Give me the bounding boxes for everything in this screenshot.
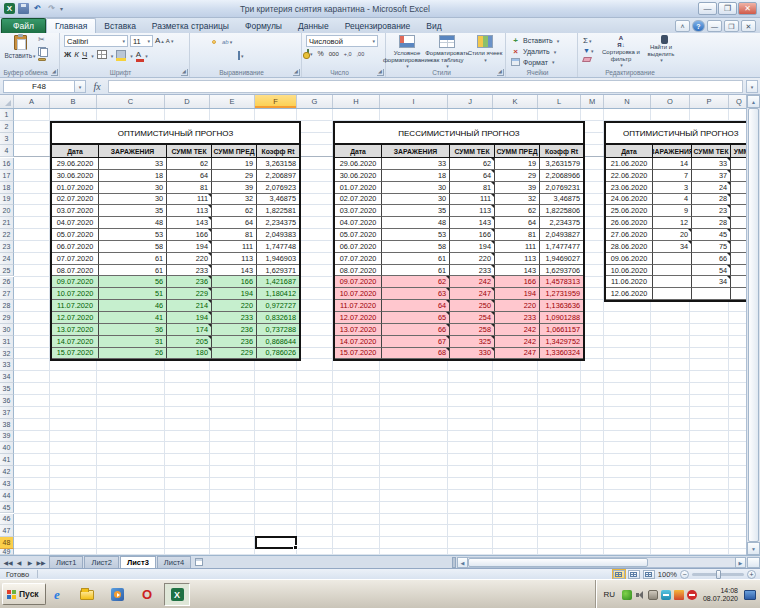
table-cell[interactable]: 236 xyxy=(167,276,212,288)
tab-formulas[interactable]: Формулы xyxy=(237,18,290,33)
redo-icon[interactable]: ↷ xyxy=(46,3,57,14)
table-cell[interactable]: 12.07.2020 xyxy=(335,312,382,324)
table-cell[interactable]: 113 xyxy=(450,205,495,217)
tray-blocked-icon[interactable] xyxy=(687,590,697,600)
table-cell[interactable] xyxy=(653,253,692,265)
table-cell[interactable]: 2,049383 xyxy=(257,229,299,241)
table-cell[interactable]: 0,972727 xyxy=(257,300,299,312)
row-header-32[interactable]: 32 xyxy=(0,348,14,360)
table-cell[interactable]: 67 xyxy=(382,336,450,348)
orientation-icon[interactable]: ab▾ xyxy=(220,36,234,47)
table-cell[interactable]: 194 xyxy=(495,288,540,300)
align-center-icon[interactable] xyxy=(204,54,208,58)
align-bottom-icon[interactable] xyxy=(212,40,216,44)
table-cell[interactable]: 194 xyxy=(167,312,212,324)
table-cell[interactable]: 61 xyxy=(382,265,450,277)
table-cell[interactable]: 68 xyxy=(382,348,450,360)
table-cell[interactable]: 0,737288 xyxy=(257,324,299,336)
table-cell[interactable]: 1,421687 xyxy=(257,276,299,288)
table-cell[interactable]: 32 xyxy=(495,194,540,206)
table-cell[interactable]: 06.07.2020 xyxy=(335,241,382,253)
table-header-cell[interactable]: СУММ ПРЕД xyxy=(495,145,540,158)
table-cell[interactable]: 2,2068966 xyxy=(540,170,583,182)
table-cell[interactable]: 233 xyxy=(212,312,257,324)
font-size-select[interactable]: 11▾ xyxy=(130,35,153,47)
table-cell[interactable]: 04.07.2020 xyxy=(52,217,99,229)
row-header-27[interactable]: 27 xyxy=(0,288,14,300)
table-cell[interactable] xyxy=(731,229,746,241)
table-cell[interactable]: 56 xyxy=(99,276,167,288)
table-cell[interactable] xyxy=(731,288,746,300)
maximize-button[interactable]: ❐ xyxy=(718,2,737,15)
table-cell[interactable]: 08.07.2020 xyxy=(52,265,99,277)
table-cell[interactable]: 14 xyxy=(653,158,692,170)
table-cell[interactable]: 30.06.2020 xyxy=(52,170,99,182)
table-cell[interactable] xyxy=(731,241,746,253)
table-cell[interactable]: 21.06.2020 xyxy=(606,158,653,170)
sheet-tab-list1[interactable]: Лист1 xyxy=(49,556,83,568)
table-cell[interactable]: 63 xyxy=(382,288,450,300)
table-cell[interactable]: 220 xyxy=(167,253,212,265)
table-cell[interactable]: 30 xyxy=(99,182,167,194)
table-cell[interactable]: 229 xyxy=(212,348,257,360)
table-cell[interactable]: 02.07.2020 xyxy=(335,194,382,206)
table-cell[interactable]: 58 xyxy=(382,241,450,253)
tab-resize-handle[interactable] xyxy=(747,557,760,568)
increase-indent-icon[interactable] xyxy=(228,54,232,58)
align-top-icon[interactable] xyxy=(196,40,200,44)
fill-icon[interactable]: ▼▾ xyxy=(583,47,593,55)
wrap-text-icon[interactable] xyxy=(238,40,242,44)
table-cell[interactable]: 61 xyxy=(382,253,450,265)
table-cell[interactable]: 29 xyxy=(495,170,540,182)
table-cell[interactable]: 26 xyxy=(99,348,167,360)
table-cell[interactable]: 46 xyxy=(99,300,167,312)
table-cell[interactable]: 64 xyxy=(167,170,212,182)
table-header-cell[interactable]: УММ xyxy=(731,145,746,158)
table-cell[interactable] xyxy=(653,276,692,288)
horizontal-scroll-thumb[interactable] xyxy=(468,558,648,567)
table-cell[interactable]: 1,3360324 xyxy=(540,348,583,360)
table-cell[interactable]: 75 xyxy=(692,241,731,253)
tray-alert-icon[interactable] xyxy=(674,590,684,600)
table-cell[interactable] xyxy=(731,265,746,277)
table-cell[interactable]: 143 xyxy=(212,265,257,277)
bold-button[interactable]: Ж xyxy=(64,50,71,59)
find-select-button[interactable]: Найти и выделить▾ xyxy=(640,35,682,64)
column-header-K[interactable]: K xyxy=(493,95,538,108)
zoom-out-icon[interactable]: − xyxy=(680,570,689,579)
row-header-39[interactable]: 39 xyxy=(0,431,14,443)
decrease-decimal-icon[interactable]: ,00 xyxy=(357,51,365,57)
table-cell[interactable]: 9 xyxy=(653,205,692,217)
taskbar-internet-explorer[interactable]: e xyxy=(44,583,70,606)
table-cell[interactable]: 34 xyxy=(692,276,731,288)
expand-formula-bar-icon[interactable]: ▾ xyxy=(746,80,758,93)
cut-icon[interactable]: ✂ xyxy=(38,36,45,44)
fill-color-icon[interactable] xyxy=(116,50,126,59)
table-cell[interactable]: 242 xyxy=(495,324,540,336)
vertical-scrollbar[interactable]: ▲ ▼ xyxy=(746,95,760,555)
underline-button[interactable]: Ч xyxy=(82,50,87,59)
zoom-level[interactable]: 100% xyxy=(658,570,677,579)
table-cell[interactable]: 10.07.2020 xyxy=(52,288,99,300)
row-header-30[interactable]: 30 xyxy=(0,324,14,336)
table-cell[interactable]: 18 xyxy=(382,170,450,182)
table-cell[interactable]: 180 xyxy=(167,348,212,360)
row-header-28[interactable]: 28 xyxy=(0,300,14,312)
table-cell[interactable]: 66 xyxy=(692,253,731,265)
table-cell[interactable]: 24 xyxy=(692,182,731,194)
table-cell[interactable] xyxy=(731,276,746,288)
row-header-37[interactable]: 37 xyxy=(0,407,14,419)
table-cell[interactable] xyxy=(731,170,746,182)
table-cell[interactable]: 15.07.2020 xyxy=(335,348,382,360)
sheet-tab-list2[interactable]: Лист2 xyxy=(84,556,118,568)
row-header-21[interactable]: 21 xyxy=(0,217,14,229)
table-cell[interactable]: 14.07.2020 xyxy=(335,336,382,348)
table-cell[interactable]: 111 xyxy=(212,241,257,253)
table-cell[interactable]: 61 xyxy=(99,253,167,265)
table-cell[interactable]: 220 xyxy=(212,300,257,312)
table-cell[interactable]: 0,832618 xyxy=(257,312,299,324)
column-header-L[interactable]: L xyxy=(538,95,581,108)
table-cell[interactable]: 81 xyxy=(450,182,495,194)
column-header-E[interactable]: E xyxy=(210,95,255,108)
table-cell[interactable]: 113 xyxy=(212,253,257,265)
